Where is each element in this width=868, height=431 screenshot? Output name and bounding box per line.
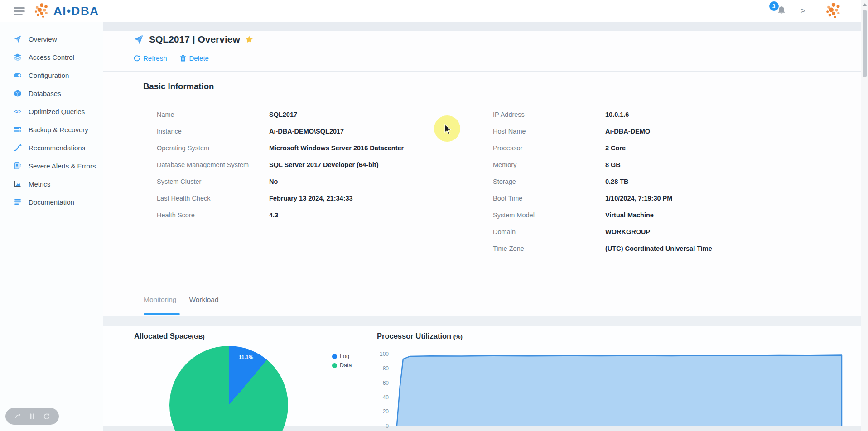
allocated-space-pie-chart[interactable] bbox=[169, 346, 288, 431]
info-value: Ai-DBA-DEMO\SQL2017 bbox=[269, 128, 344, 135]
sidebar-item-databases[interactable]: Databases bbox=[0, 84, 103, 102]
alert-document-icon bbox=[14, 162, 22, 170]
sidebar-item-configuration[interactable]: Configuration bbox=[0, 66, 103, 84]
y-axis-tick: 60 bbox=[362, 380, 389, 386]
info-row-boot-time: Boot Time1/10/2024, 7:19:30 PM bbox=[493, 190, 783, 206]
book-icon bbox=[14, 198, 22, 206]
info-label: Host Name bbox=[493, 128, 605, 135]
pie-slice-percentage-label: 11.1% bbox=[237, 354, 255, 360]
info-label: Storage bbox=[493, 178, 605, 185]
rewind-icon[interactable] bbox=[14, 413, 21, 420]
rocket-icon bbox=[14, 35, 22, 43]
pie-chart-legend: Log Data bbox=[332, 352, 352, 370]
favorite-star-icon[interactable] bbox=[245, 35, 253, 43]
info-value: Virtual Machine bbox=[605, 211, 654, 219]
info-label: Health Score bbox=[157, 211, 269, 219]
info-row-ip-address: IP Address10.0.1.6 bbox=[493, 106, 783, 123]
info-label: System Cluster bbox=[157, 178, 269, 185]
sidebar-item-label: Recommendations bbox=[29, 144, 85, 152]
page-title-row: SQL2017 | Overview bbox=[133, 32, 253, 47]
info-label: Operating System bbox=[157, 144, 269, 152]
info-label: Memory bbox=[493, 161, 605, 168]
legend-item-data[interactable]: Data bbox=[332, 361, 352, 370]
tab-monitoring[interactable]: Monitoring bbox=[144, 296, 176, 304]
scrollbar-up-arrow-icon[interactable] bbox=[863, 3, 867, 6]
info-row-system-model: System ModelVirtual Machine bbox=[493, 206, 783, 223]
sidebar-item-backup-recovery[interactable]: Backup & Recovery bbox=[0, 120, 103, 139]
info-value: SQL Server 2017 Developer (64-bit) bbox=[269, 161, 379, 168]
toolbar: Refresh Delete bbox=[133, 54, 209, 62]
info-row-operating-system: Operating SystemMicrosoft Windows Server… bbox=[157, 139, 438, 156]
scrollbar-thumb[interactable] bbox=[863, 10, 867, 77]
basic-info-right-column: IP Address10.0.1.6 Host NameAi-DBA-DEMO … bbox=[493, 106, 783, 257]
info-value: February 13 2024, 21:34:33 bbox=[269, 195, 353, 202]
sidebar-item-overview[interactable]: Overview bbox=[0, 30, 103, 48]
info-label: Boot Time bbox=[493, 195, 605, 202]
info-value: 8 GB bbox=[605, 161, 621, 168]
terminal-icon[interactable]: >_ bbox=[801, 7, 811, 15]
info-value: WORKGROUP bbox=[605, 228, 650, 235]
legend-item-log[interactable]: Log bbox=[332, 352, 352, 361]
refresh-button[interactable]: Refresh bbox=[133, 54, 167, 62]
delete-label: Delete bbox=[189, 54, 209, 62]
sidebar-item-recommendations[interactable]: Recommendations bbox=[0, 139, 103, 157]
sidebar-item-optimized-queries[interactable]: </> Optimized Queries bbox=[0, 102, 103, 120]
layers-icon bbox=[14, 53, 22, 61]
info-label: Domain bbox=[493, 228, 605, 235]
sidebar-item-label: Documentation bbox=[29, 198, 74, 206]
sidebar-item-label: Severe Alerts & Errors bbox=[29, 162, 96, 170]
area-chart-title: Processor Utilization (%) bbox=[377, 332, 463, 340]
overview-card: SQL2017 | Overview Refresh bbox=[103, 31, 861, 316]
info-row-memory: Memory8 GB bbox=[493, 156, 783, 173]
toolbar-divider bbox=[103, 71, 861, 72]
sidebar-item-label: Backup & Recovery bbox=[29, 126, 88, 134]
page-title: SQL2017 | Overview bbox=[149, 34, 240, 45]
pause-icon[interactable] bbox=[29, 413, 35, 420]
basic-info-left-column: NameSQL2017 InstanceAi-DBA-DEMO\SQL2017 … bbox=[157, 106, 438, 223]
info-label: System Model bbox=[493, 211, 605, 219]
sidebar-item-label: Access Control bbox=[29, 53, 74, 61]
info-row-domain: DomainWORKGROUP bbox=[493, 223, 783, 240]
svg-text:</>: </> bbox=[14, 109, 21, 114]
monitoring-tabs: Monitoring Workload bbox=[144, 296, 219, 304]
info-row-health-score: Health Score4.3 bbox=[157, 206, 438, 223]
app-window: AI•DBA 3 >_ bbox=[0, 0, 868, 431]
toggle-icon bbox=[14, 71, 22, 79]
hamburger-menu-icon[interactable] bbox=[14, 5, 25, 17]
notifications-button[interactable]: 3 bbox=[776, 5, 787, 17]
y-axis-tick: 0 bbox=[362, 423, 389, 429]
info-row-dbms: Database Management SystemSQL Server 201… bbox=[157, 156, 438, 173]
monitoring-panel: Allocated Space(GB) Processor Utilizatio… bbox=[103, 326, 861, 426]
y-axis-tick: 20 bbox=[362, 408, 389, 415]
avatar-network-icon[interactable] bbox=[825, 2, 843, 20]
info-row-storage: Storage0.28 TB bbox=[493, 173, 783, 190]
info-row-last-health-check: Last Health CheckFebruary 13 2024, 21:34… bbox=[157, 190, 438, 206]
delete-button[interactable]: Delete bbox=[180, 54, 209, 62]
processor-utilization-area-chart[interactable] bbox=[394, 354, 842, 426]
info-label: Time Zone bbox=[493, 245, 605, 252]
mouse-cursor-icon bbox=[444, 124, 454, 135]
info-label: Database Management System bbox=[157, 161, 269, 168]
info-label: Processor bbox=[493, 144, 605, 152]
refresh-icon bbox=[133, 55, 140, 62]
trash-icon bbox=[180, 55, 186, 62]
sidebar-item-label: Configuration bbox=[29, 72, 69, 79]
info-value: 0.28 TB bbox=[605, 178, 629, 185]
info-value: No bbox=[269, 178, 278, 185]
cube-icon bbox=[14, 89, 22, 97]
info-value: 10.0.1.6 bbox=[605, 111, 629, 118]
info-row-time-zone: Time Zone(UTC) Coordinated Universal Tim… bbox=[493, 240, 783, 257]
sidebar-item-severe-alerts[interactable]: Severe Alerts & Errors bbox=[0, 157, 103, 175]
area-fill-shape bbox=[397, 355, 842, 426]
repeat-icon[interactable] bbox=[43, 413, 50, 420]
sidebar-item-label: Metrics bbox=[29, 180, 50, 188]
tab-workload[interactable]: Workload bbox=[189, 296, 218, 304]
sidebar-item-metrics[interactable]: Metrics bbox=[0, 175, 103, 193]
active-tab-indicator bbox=[144, 313, 180, 315]
pie-chart-title: Allocated Space(GB) bbox=[134, 332, 205, 340]
app-logo[interactable]: AI•DBA bbox=[33, 2, 99, 19]
sidebar-item-documentation[interactable]: Documentation bbox=[0, 193, 103, 211]
basic-information-title: Basic Information bbox=[143, 81, 214, 91]
vertical-scrollbar[interactable] bbox=[861, 0, 868, 431]
sidebar-item-access-control[interactable]: Access Control bbox=[0, 48, 103, 66]
